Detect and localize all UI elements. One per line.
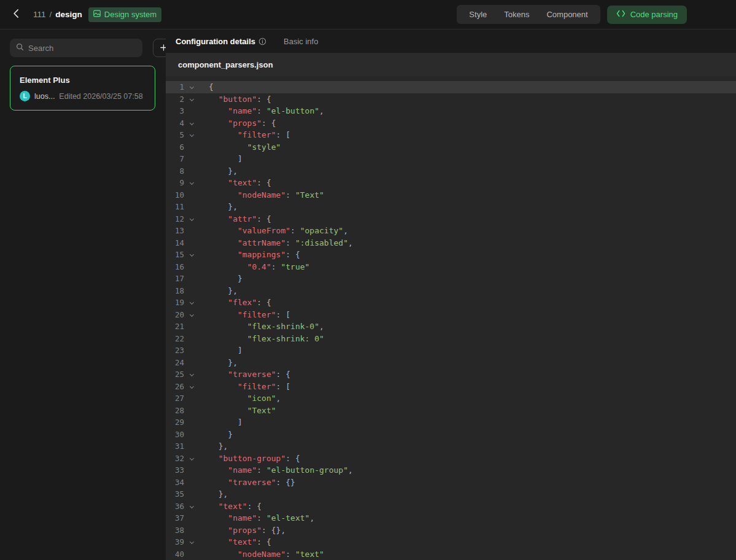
line-number: 35 [166,488,184,500]
code-text: "name": "el-button-group", [199,464,353,476]
info-circle-icon[interactable] [258,37,266,45]
fold-chevron-icon[interactable] [184,309,199,321]
fold-chevron-icon[interactable] [184,93,199,106]
line-number: 30 [166,429,184,441]
breadcrumb-separator: / [50,10,52,19]
code-text: } [199,273,242,285]
code-line: 11 }, [166,201,736,213]
fold-spacer [184,237,199,249]
fold-chevron-icon[interactable] [184,129,199,141]
card-edited-timestamp: Edited 2026/03/25 07:58 [59,92,142,101]
fold-spacer [184,440,199,453]
fold-chevron-icon[interactable] [184,117,199,130]
tabbar: Configuration details Basic info [166,29,736,53]
code-line: 1{ [166,81,736,93]
line-number: 12 [166,213,184,225]
code-line: 20 "filter": [ [166,309,736,321]
line-number: 25 [166,368,184,381]
code-parsing-button[interactable]: Code parsing [607,6,687,24]
chevron-left-icon [11,8,21,21]
fold-spacer [184,405,199,417]
fold-spacer [184,476,199,489]
fold-chevron-icon[interactable] [184,81,199,93]
line-number: 3 [166,105,184,117]
code-text: "name": "el-button", [199,105,324,117]
line-number: 18 [166,285,184,297]
code-line: 30 } [166,429,736,441]
code-text: "props": {}, [199,524,285,537]
code-line: 32 "button-group": { [166,453,736,465]
line-number: 38 [166,524,184,537]
code-line: 18 }, [166,285,736,297]
code-text: "text": { [199,536,271,548]
code-parsing-label: Code parsing [630,10,678,19]
code-text: "name": "el-text", [199,512,314,524]
fold-chevron-icon[interactable] [184,249,199,261]
code-line: 4 "props": { [166,117,736,130]
fold-spacer [184,512,199,524]
tab-basic-info[interactable]: Basic info [284,37,318,46]
code-text: ] [199,153,242,165]
line-number: 26 [166,381,184,393]
fold-spacer [184,333,199,345]
code-text: }, [199,201,238,213]
fold-chevron-icon[interactable] [184,297,199,309]
code-line: 13 "valueFrom": "opacity", [166,225,736,237]
sidebar: New Element Plus L luos... Edited 2026/0… [0,29,166,560]
code-text: "flex-shrink-0", [199,321,324,333]
nav-tab-component[interactable]: Component [538,5,596,24]
code-text: "mappings": { [199,249,300,261]
code-line: 36 "text": { [166,500,736,513]
filename-label: component_parsers.json [178,60,273,69]
search-input[interactable] [28,44,136,53]
fold-spacer [184,201,199,213]
fold-chevron-icon[interactable] [184,213,199,225]
line-number: 28 [166,405,184,417]
code-line: 2 "button": { [166,93,736,106]
code-line: 14 "attrName": ":disabled", [166,237,736,249]
code-text: "filter": [ [199,309,290,321]
line-number: 22 [166,333,184,345]
fold-chevron-icon[interactable] [184,368,199,381]
fold-spacer [184,357,199,369]
fold-chevron-icon[interactable] [184,536,199,548]
fold-chevron-icon[interactable] [184,177,199,189]
line-number: 39 [166,536,184,548]
code-text: "attrName": ":disabled", [199,237,353,249]
breadcrumb-project[interactable]: 111 [33,10,46,19]
fold-spacer [184,524,199,537]
avatar: L [20,91,30,101]
breadcrumb: 111 / design [33,10,82,19]
code-text: { [199,81,214,93]
view-switcher: Style Tokens Component [457,5,600,24]
fold-spacer [184,153,199,165]
nav-tab-tokens[interactable]: Tokens [495,5,538,24]
fold-spacer [184,225,199,237]
tab-configuration-details[interactable]: Configuration details [176,37,266,46]
card-meta: L luos... Edited 2026/03/25 07:58 [20,91,145,101]
line-number: 11 [166,201,184,213]
line-number: 40 [166,548,184,560]
back-button[interactable] [6,5,26,25]
fold-spacer [184,416,199,429]
code-text: "nodeName": "text" [199,548,324,560]
line-number: 14 [166,237,184,249]
code-line: 25 "traverse": { [166,368,736,381]
fold-chevron-icon[interactable] [184,381,199,393]
design-system-card[interactable]: Element Plus L luos... Edited 2026/03/25… [10,66,155,111]
fold-chevron-icon[interactable] [184,453,199,465]
search-icon [16,42,24,53]
code-text: ] [199,416,242,429]
fold-spacer [184,105,199,117]
code-editor[interactable]: 1{2 "button": {3 "name": "el-button",4 "… [166,76,736,560]
fold-spacer [184,189,199,201]
fold-spacer [184,548,199,560]
code-line: 17 } [166,273,736,285]
code-line: 31 }, [166,440,736,453]
line-number: 36 [166,500,184,513]
fold-spacer [184,429,199,441]
nav-tab-style[interactable]: Style [460,5,495,24]
fold-chevron-icon[interactable] [184,500,199,513]
code-text: "filter": [ [199,381,290,393]
code-line: 39 "text": { [166,536,736,548]
